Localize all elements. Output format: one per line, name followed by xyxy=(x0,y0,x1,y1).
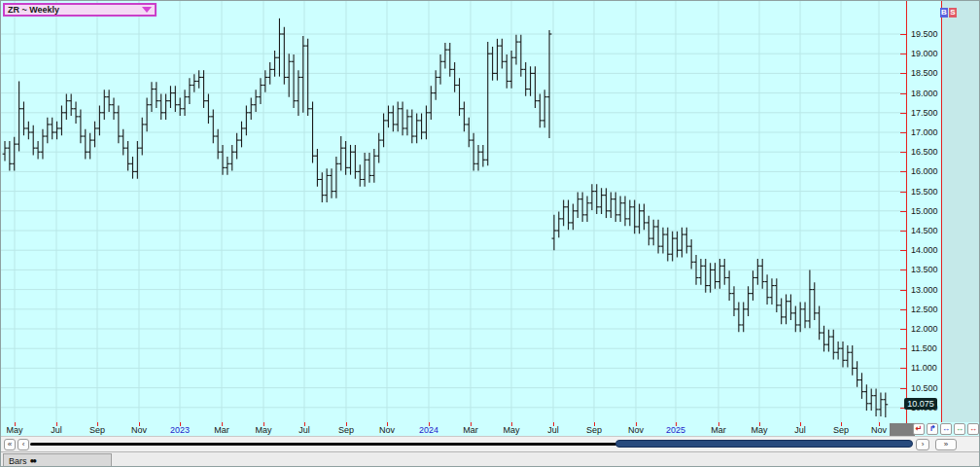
ohlc-bar xyxy=(533,66,538,108)
symbol-dropdown[interactable]: ZR ~ Weekly xyxy=(3,3,157,17)
time-year-label: 2024 xyxy=(419,425,438,435)
ohlc-bar xyxy=(405,110,410,136)
ohlc-bar xyxy=(485,42,490,165)
chevron-down-icon xyxy=(142,7,152,13)
price-tick-label: 13.500 xyxy=(911,265,938,274)
ohlc-bar xyxy=(452,62,457,92)
ohlc-bar xyxy=(850,345,855,376)
time-month-label: May xyxy=(503,425,519,435)
price-tick-label: 16.500 xyxy=(911,147,938,157)
ohlc-bar xyxy=(722,259,727,285)
scale-horizontal-blue-button[interactable]: ↔ xyxy=(940,423,952,435)
ohlc-bar xyxy=(305,39,310,116)
time-month-label: Sep xyxy=(586,425,602,435)
scale-return-left-button[interactable]: ↵ xyxy=(913,423,925,435)
scroll-right-button[interactable]: › xyxy=(916,439,929,450)
scroll-left-button[interactable]: ‹ xyxy=(18,439,29,450)
tab-bars[interactable]: Bars ●● xyxy=(3,453,112,467)
price-tick-label: 17.500 xyxy=(911,108,938,118)
time-month-label: Sep xyxy=(833,425,849,435)
time-year-label: 2025 xyxy=(666,425,685,435)
price-tick-label: 15.500 xyxy=(911,187,938,197)
ohlc-bar xyxy=(689,239,694,269)
price-tick xyxy=(900,113,906,114)
ohlc-bar xyxy=(836,341,841,360)
ohlc-bar xyxy=(31,126,36,156)
ohlc-bar xyxy=(447,43,452,77)
ohlc-bar xyxy=(292,54,297,108)
last-price-badge: 10.075 xyxy=(904,398,937,410)
time-month-label: Jul xyxy=(51,425,62,435)
ohlc-bar xyxy=(26,122,31,140)
ohlc-bar xyxy=(514,35,519,65)
price-tick xyxy=(900,329,906,330)
ohlc-bar xyxy=(83,129,88,160)
price-tick-label: 17.000 xyxy=(911,127,938,137)
scrollbar-thumb[interactable] xyxy=(615,440,913,448)
scale-horizontal-green-button[interactable]: ↔ xyxy=(954,423,965,435)
price-tick xyxy=(900,250,906,251)
ohlc-bar xyxy=(637,204,642,234)
price-tick-label: 11.000 xyxy=(911,363,937,373)
scale-toolbar: ↵↱↔↔↔ xyxy=(913,423,979,435)
ohlc-bar xyxy=(259,78,263,104)
price-tick xyxy=(900,171,906,172)
ohlc-bar xyxy=(538,93,542,127)
time-month-label: Nov xyxy=(871,425,887,435)
ohlc-bar xyxy=(665,228,670,262)
ohlc-bar xyxy=(54,122,59,140)
time-month-label: Sep xyxy=(338,425,354,435)
ohlc-bar xyxy=(434,70,438,100)
ohlc-bar xyxy=(206,93,211,124)
buy-button[interactable]: B xyxy=(940,8,948,18)
ohlc-bar xyxy=(793,306,798,333)
ohlc-bar xyxy=(566,199,571,230)
scale-horizontal-red-button[interactable]: ↔ xyxy=(967,423,979,435)
time-axis[interactable]: MayJulSepNov2023MarMayJulSepNov2024MarMa… xyxy=(1,422,906,436)
ohlc-bar xyxy=(680,228,684,258)
chart-plot-area[interactable] xyxy=(1,1,906,422)
ohlc-bar xyxy=(59,106,64,136)
price-axis-left-border xyxy=(906,1,907,436)
ohlc-bar xyxy=(812,282,817,320)
ohlc-bar xyxy=(173,86,178,112)
ohlc-bar xyxy=(7,141,12,171)
price-tick xyxy=(900,368,906,369)
ohlc-bar xyxy=(883,392,888,416)
ohlc-bar xyxy=(642,204,647,231)
ohlc-bar xyxy=(41,129,46,160)
ohlc-bar xyxy=(651,220,656,246)
ohlc-bar xyxy=(798,303,803,333)
scrollbar-track[interactable] xyxy=(30,443,617,446)
price-tick xyxy=(900,388,906,389)
ohlc-bar xyxy=(50,118,54,140)
ohlc-bar xyxy=(490,47,495,81)
ohlc-bar xyxy=(287,54,292,96)
ohlc-bar xyxy=(808,269,813,328)
ohlc-bar xyxy=(315,149,320,187)
ohlc-bar xyxy=(561,199,566,226)
sell-button[interactable]: S xyxy=(949,8,957,18)
horizontal-scrollbar: « ‹ › » xyxy=(1,436,980,451)
ohlc-bar xyxy=(727,270,732,301)
scale-corner-right-button[interactable]: ↱ xyxy=(927,423,938,435)
price-tick xyxy=(900,348,906,349)
ohlc-bar xyxy=(325,168,330,202)
ohlc-bar xyxy=(613,192,618,222)
ohlc-bar xyxy=(518,35,523,77)
ohlc-bar xyxy=(188,78,192,104)
ohlc-bar xyxy=(585,196,590,222)
ohlc-bar xyxy=(211,110,216,144)
ohlc-bar xyxy=(480,145,485,167)
ohlc-bar xyxy=(864,384,869,411)
scroll-far-left-button[interactable]: « xyxy=(4,439,16,450)
price-tick-label: 19.000 xyxy=(911,49,938,58)
right-side-panel xyxy=(941,1,980,422)
scroll-far-right-button[interactable]: » xyxy=(935,439,957,450)
ohlc-bar xyxy=(424,106,429,140)
ohlc-bar xyxy=(79,110,84,144)
ohlc-bar xyxy=(338,136,343,171)
ohlc-bar xyxy=(239,122,244,148)
ohlc-bar xyxy=(684,228,689,254)
ohlc-bar xyxy=(363,153,368,187)
